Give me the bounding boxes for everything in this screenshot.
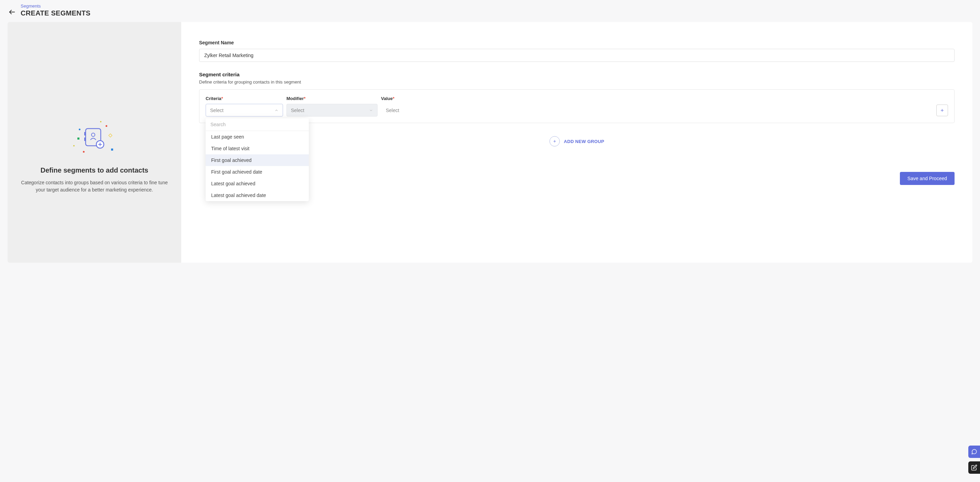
plus-icon <box>940 108 945 113</box>
page-title: CREATE SEGMENTS <box>21 9 91 17</box>
modifier-column: Modifier* Select <box>286 96 377 116</box>
modifier-label: Modifier* <box>286 96 377 101</box>
save-row: Save and Proceed <box>199 172 955 185</box>
breadcrumb-link[interactable]: Segments <box>21 3 91 9</box>
chevron-up-icon <box>274 108 278 113</box>
chevron-down-icon <box>369 108 373 113</box>
back-button[interactable] <box>8 8 16 16</box>
add-criteria-button[interactable] <box>936 105 948 116</box>
dropdown-option[interactable]: Latest goal achieved <box>206 178 309 189</box>
dropdown-search-input[interactable] <box>206 118 309 131</box>
form-panel: Segment Name Segment criteria Define cri… <box>181 22 972 262</box>
modifier-select-placeholder: Select <box>291 108 304 113</box>
page-header: Segments CREATE SEGMENTS <box>0 0 980 22</box>
add-group-plus-circle <box>549 136 560 146</box>
criteria-row: Criteria* Select Last page seenTime of l… <box>206 96 948 116</box>
segments-illustration <box>70 118 119 159</box>
save-and-proceed-button[interactable]: Save and Proceed <box>900 172 955 185</box>
value-select[interactable]: Select <box>381 104 933 116</box>
add-new-group-button[interactable]: ADD NEW GROUP <box>199 136 955 146</box>
main-container: Define segments to add contacts Categori… <box>8 22 972 262</box>
criteria-section-subtitle: Define criteria for grouping contacts in… <box>199 80 955 84</box>
plus-icon <box>553 139 557 143</box>
criteria-card: Criteria* Select Last page seenTime of l… <box>199 89 955 123</box>
criteria-label: Criteria* <box>206 96 283 101</box>
criteria-column: Criteria* Select Last page seenTime of l… <box>206 96 283 116</box>
info-title: Define segments to add contacts <box>41 166 148 174</box>
dropdown-option[interactable]: Last page seen <box>206 131 309 143</box>
criteria-dropdown: Last page seenTime of latest visitFirst … <box>206 118 309 201</box>
criteria-select[interactable]: Select <box>206 104 283 116</box>
segment-name-field: Segment Name <box>199 40 955 62</box>
criteria-section-title: Segment criteria <box>199 72 955 77</box>
svg-rect-3 <box>84 137 86 141</box>
dropdown-option[interactable]: Latest goal achieved date <box>206 189 309 201</box>
svg-point-4 <box>91 133 95 137</box>
info-panel: Define segments to add contacts Categori… <box>8 22 181 262</box>
dropdown-option[interactable]: First goal achieved <box>206 154 309 166</box>
arrow-left-icon <box>8 8 16 16</box>
segment-name-input[interactable] <box>199 49 955 62</box>
modifier-select[interactable]: Select <box>286 104 377 116</box>
dropdown-option[interactable]: Time of latest visit <box>206 143 309 154</box>
segment-name-label: Segment Name <box>199 40 955 45</box>
svg-rect-2 <box>84 132 86 135</box>
header-text: Segments CREATE SEGMENTS <box>21 3 91 17</box>
value-select-placeholder: Select <box>386 108 399 113</box>
dropdown-option[interactable]: First goal achieved date <box>206 166 309 178</box>
value-column: Value* Select <box>381 96 933 116</box>
criteria-select-placeholder: Select <box>210 108 224 113</box>
add-group-label: ADD NEW GROUP <box>564 139 604 144</box>
info-description: Categorize contacts into groups based on… <box>21 179 169 194</box>
value-label: Value* <box>381 96 933 101</box>
